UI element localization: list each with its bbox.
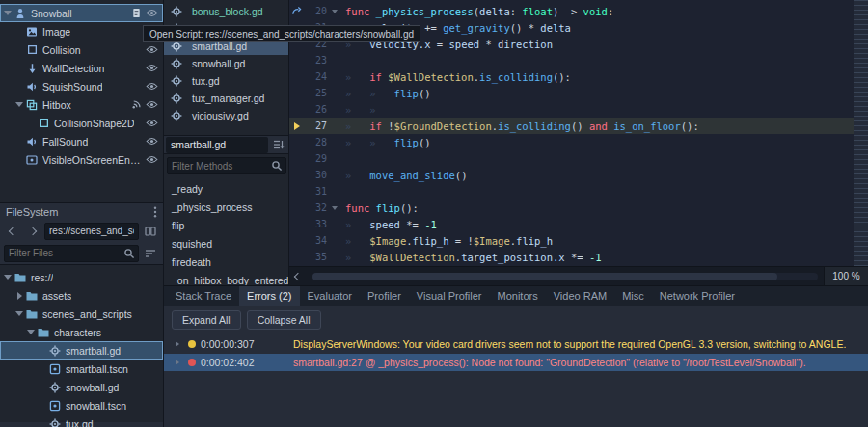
fs-item-tux-gd[interactable]: tux.gd (0, 414, 163, 427)
expand-all-button[interactable]: Expand All (172, 310, 241, 330)
tree-item-squishsound[interactable]: SquishSound (0, 77, 163, 95)
script-item-bonus-block[interactable]: bonus_block.gd (164, 3, 288, 20)
fold-icon[interactable] (327, 206, 341, 210)
line-number[interactable]: 24 (304, 71, 327, 82)
code-line-29[interactable]: 29 (289, 150, 854, 167)
line-number[interactable]: 32 (304, 202, 327, 213)
signal-connection-icon[interactable] (131, 99, 142, 110)
tab-monitors[interactable]: Monitors (490, 286, 546, 306)
script-attached-icon[interactable] (131, 8, 142, 18)
code-line-25[interactable]: 25 » » flip() (289, 85, 854, 101)
method-item-physics-process[interactable]: _physics_process (164, 198, 289, 216)
code-line-35[interactable]: 35 » $WallDetection.target_position.x *=… (289, 249, 854, 265)
sort-files-button[interactable] (142, 245, 159, 262)
script-item-tux-manager[interactable]: tux_manager.gd (164, 90, 288, 107)
line-number[interactable]: 28 (304, 137, 327, 147)
tab-evaluator[interactable]: Evaluator (300, 286, 360, 306)
eye-icon[interactable] (146, 64, 158, 72)
h-scrollbar[interactable]: 100 % (289, 266, 868, 285)
code-line-24[interactable]: 24 » if $WallDetection.is_colliding(): (289, 68, 854, 85)
collapse-all-button[interactable]: Collapse All (247, 310, 321, 330)
nav-back-button[interactable] (4, 223, 21, 240)
eye-icon[interactable] (146, 9, 158, 17)
fs-item-smartball-tscn[interactable]: smartball.tscn (0, 360, 163, 378)
code-line-27-executing[interactable]: 27 » if !$GroundDetection.is_colliding()… (289, 118, 854, 134)
kebab-menu-icon[interactable] (153, 206, 157, 218)
code-editor[interactable]: 20 func _physics_process(delta: float) -… (289, 0, 868, 285)
nav-forward-button[interactable] (24, 223, 41, 240)
methods-sort-button[interactable] (270, 136, 287, 153)
eye-icon[interactable] (146, 82, 158, 91)
split-view-button[interactable] (142, 223, 159, 240)
tab-errors[interactable]: Errors (2) (239, 286, 299, 306)
line-number[interactable]: 33 (304, 219, 327, 229)
expand-arrow-icon[interactable] (2, 275, 14, 280)
tab-stack-trace[interactable]: Stack Trace (168, 286, 239, 306)
error-row-warning[interactable]: 0:00:00:307 DisplayServerWindows: Your v… (164, 335, 868, 353)
method-item-squished[interactable]: squished (164, 234, 289, 253)
filter-files-input[interactable] (4, 245, 139, 262)
code-line-20[interactable]: 20 func _physics_process(delta: float) -… (289, 3, 854, 19)
line-number[interactable]: 27 (304, 120, 327, 131)
eye-icon[interactable] (146, 119, 158, 127)
fs-item-smartball-gd[interactable]: smartball.gd (0, 341, 163, 360)
tab-video-ram[interactable]: Video RAM (546, 286, 614, 306)
line-number[interactable]: 31 (304, 186, 327, 197)
eye-icon[interactable] (146, 137, 158, 146)
script-item-snowball[interactable]: snowball.gd (164, 55, 288, 72)
expand-arrow-icon[interactable] (172, 341, 183, 347)
tree-item-image[interactable]: Image (0, 22, 163, 40)
eye-icon[interactable] (146, 155, 158, 164)
code-line-23[interactable]: 23 (289, 52, 854, 68)
code-line-26[interactable]: 26 » » (289, 101, 854, 118)
tab-misc[interactable]: Misc (614, 286, 652, 306)
tree-item-hitbox[interactable]: Hitbox (0, 95, 163, 114)
line-number[interactable]: 29 (304, 153, 327, 164)
expand-arrow-icon[interactable] (14, 311, 25, 316)
scroll-left-icon[interactable] (289, 268, 307, 285)
tree-item-collisionshape2d[interactable]: CollisionShape2D (0, 114, 163, 132)
line-number[interactable]: 23 (304, 55, 327, 66)
line-number[interactable]: 26 (304, 104, 327, 115)
expand-arrow-icon[interactable] (172, 360, 183, 365)
tab-profiler[interactable]: Profiler (360, 286, 409, 306)
line-number[interactable]: 30 (304, 170, 327, 180)
eye-icon[interactable] (146, 100, 158, 109)
filter-methods-input[interactable] (167, 157, 286, 174)
fs-item-res[interactable]: res:// (0, 268, 163, 286)
fs-item-scenes-and-scripts[interactable]: scenes_and_scripts (0, 305, 163, 323)
method-item-firedeath[interactable]: firedeath (164, 253, 289, 271)
tree-item-snowball[interactable]: Snowball (0, 4, 163, 22)
line-number[interactable]: 20 (304, 6, 327, 16)
current-script-name[interactable]: smartball.gd (166, 137, 268, 153)
tree-item-collision[interactable]: Collision (0, 40, 163, 59)
fs-item-assets[interactable]: assets (0, 286, 163, 305)
script-item-tux[interactable]: tux.gd (164, 72, 288, 90)
code-line-28[interactable]: 28 » » flip() (289, 134, 854, 150)
fs-item-characters[interactable]: characters (0, 323, 163, 341)
line-number[interactable]: 25 (304, 88, 327, 98)
method-item-flip[interactable]: flip (164, 216, 289, 234)
path-input[interactable] (44, 223, 139, 240)
error-row-error[interactable]: 0:00:02:402 smartball.gd:27 @ _physics_p… (164, 354, 868, 371)
minimap[interactable] (854, 0, 868, 266)
eye-icon[interactable] (146, 45, 158, 54)
code-line-32[interactable]: 32 func flip(): (289, 200, 854, 216)
fs-item-snowball-gd[interactable]: snowball.gd (0, 378, 163, 396)
tab-visual-profiler[interactable]: Visual Profiler (409, 286, 490, 306)
code-line-33[interactable]: 33 » speed *= -1 (289, 216, 854, 232)
zoom-level[interactable]: 100 % (824, 267, 868, 286)
expand-arrow-icon[interactable] (14, 102, 25, 107)
method-item-on-hitbox-body-entered[interactable]: _on_hitbox_body_entered (164, 271, 289, 285)
code-line-30[interactable]: 30 » move_and_slide() (289, 167, 854, 183)
expand-arrow-icon[interactable] (14, 292, 25, 300)
code-line-34[interactable]: 34 » $Image.flip_h = !$Image.flip_h (289, 232, 854, 249)
tab-network-profiler[interactable]: Network Profiler (652, 286, 743, 306)
tree-item-walldetection[interactable]: WallDetection (0, 59, 163, 77)
script-item-viciousivy[interactable]: viciousivy.gd (164, 107, 288, 124)
fs-item-snowball-tscn[interactable]: snowball.tscn (0, 396, 163, 414)
expand-arrow-icon[interactable] (25, 330, 37, 334)
code-line-31[interactable]: 31 (289, 183, 854, 200)
expand-arrow-icon[interactable] (2, 11, 14, 15)
method-item-ready[interactable]: _ready (164, 179, 289, 198)
